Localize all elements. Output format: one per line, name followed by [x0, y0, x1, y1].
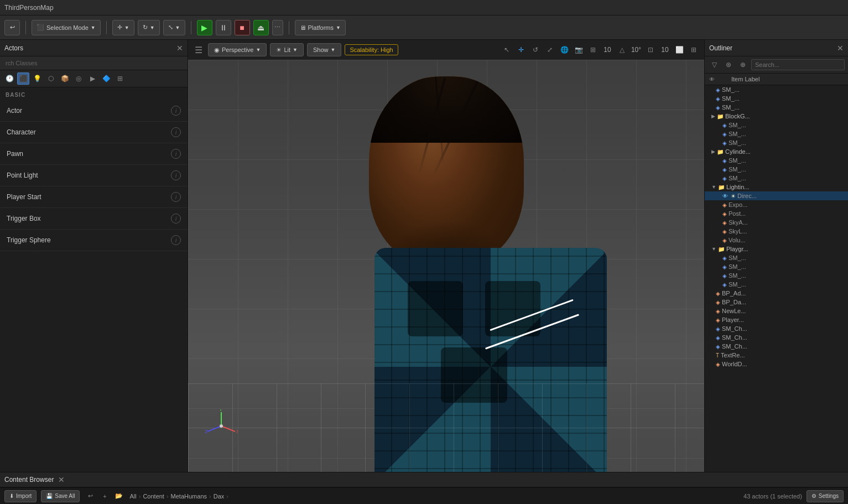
selection-mode-btn[interactable]: ⬛ Selection Mode ▼ — [32, 20, 101, 35]
filter-bp-btn[interactable]: 🔷 — [100, 72, 112, 85]
actor-info-icon[interactable]: i — [171, 106, 181, 116]
actor-item-pawn[interactable]: Pawn i — [0, 143, 188, 165]
outliner-row-bpda[interactable]: ◈ BP_Da... — [705, 298, 848, 306]
outliner-row-expo[interactable]: ◈ Expo... — [705, 200, 848, 209]
outliner-row-smch2[interactable]: ◈ SM_Ch... — [705, 333, 848, 342]
outliner-row-blockg[interactable]: ▶ 📁 BlockG... — [705, 112, 848, 121]
filter-shapes-btn[interactable]: ⬡ — [45, 72, 57, 85]
outliner-row-newle[interactable]: ◈ NewLe... — [705, 306, 848, 315]
actor-item-actor[interactable]: Actor i — [0, 100, 188, 122]
character-info-icon[interactable]: i — [171, 127, 181, 137]
outliner-row-sm2[interactable]: ◈ SM_... — [705, 94, 848, 103]
outliner-row-sm13[interactable]: ◈ SM_... — [705, 280, 848, 289]
undo-btn[interactable]: ↩ — [4, 20, 20, 35]
outliner-row-sm5[interactable]: ◈ SM_... — [705, 129, 848, 138]
grid-snap-icon[interactable]: ⊞ — [587, 44, 599, 56]
outliner-row-sm9[interactable]: ◈ SM_... — [705, 174, 848, 183]
actor-item-player-start[interactable]: Player Start i — [0, 186, 188, 208]
filter-all-btn[interactable]: ⬛ — [17, 72, 29, 85]
rotate-tool[interactable]: ↻ ▼ — [138, 20, 160, 35]
actor-item-trigger-sphere[interactable]: Trigger Sphere i — [0, 230, 188, 251]
history-icon[interactable]: ↩ — [84, 490, 96, 502]
rotate-icon[interactable]: ↺ — [529, 44, 542, 56]
eject-btn[interactable]: ⏏ — [253, 20, 269, 35]
filter-anim-btn[interactable]: ▶ — [86, 72, 98, 85]
actor-item-point-light[interactable]: Point Light i — [0, 165, 188, 186]
import-btn[interactable]: ⬇ Import — [4, 490, 37, 502]
search-classes-input[interactable] — [0, 56, 188, 70]
outliner-row-sm3[interactable]: ◈ SM_... — [705, 103, 848, 112]
angle-icon[interactable]: △ — [616, 44, 628, 56]
layout-icon[interactable]: ⊞ — [688, 44, 700, 56]
perspective-btn[interactable]: ◉ Perspective ▼ — [208, 43, 267, 56]
outliner-row-sm4[interactable]: ◈ SM_... — [705, 121, 848, 129]
outliner-row-skya[interactable]: ◈ SkyA... — [705, 218, 848, 227]
breadcrumb-content[interactable]: Content — [143, 493, 164, 500]
pause-btn[interactable]: ⏸ — [216, 20, 231, 35]
filter-recent-btn[interactable]: 🕐 — [3, 72, 15, 85]
outliner-row-volu[interactable]: ◈ Volu... — [705, 236, 848, 245]
outliner-expand-icon[interactable]: ⊕ — [737, 59, 749, 71]
point-light-info-icon[interactable]: i — [171, 170, 181, 180]
scale-snap-icon[interactable]: ⊡ — [644, 44, 657, 56]
play-options-btn[interactable]: ⋯ — [272, 20, 283, 35]
filter-lights-btn[interactable]: 💡 — [31, 72, 43, 85]
save-all-btn[interactable]: 💾 Save All — [41, 490, 80, 502]
outliner-row-lightin[interactable]: ▼ 📁 Lightin... — [705, 183, 848, 191]
actors-panel-close[interactable]: ✕ — [176, 44, 183, 53]
outliner-row-worldd[interactable]: ◈ WorldD... — [705, 360, 848, 368]
add-icon[interactable]: + — [98, 490, 111, 502]
lit-btn[interactable]: ☀ Lit ▼ — [270, 43, 304, 56]
outliner-row-sm7[interactable]: ◈ SM_... — [705, 156, 848, 165]
stop-btn[interactable]: ■ — [235, 20, 250, 35]
outliner-pin-icon[interactable]: ⊛ — [722, 59, 735, 71]
world-icon[interactable]: 🌐 — [558, 44, 570, 56]
outliner-row-playgr[interactable]: ▼ 📁 Playgr... — [705, 245, 848, 253]
outliner-row-textre[interactable]: T TextRe... — [705, 351, 848, 360]
outliner-row-sm11[interactable]: ◈ SM_... — [705, 262, 848, 271]
outliner-row-direc[interactable]: 👁 ☀ Direc... — [705, 191, 848, 200]
outliner-search-input[interactable] — [751, 59, 845, 70]
viewport[interactable]: ☰ ◉ Perspective ▼ ☀ Lit ▼ Show ▼ Scalabi… — [188, 40, 704, 472]
outliner-row-smch3[interactable]: ◈ SM_Ch... — [705, 342, 848, 351]
viewport-menu-btn[interactable]: ☰ — [193, 45, 205, 55]
outliner-row-player[interactable]: ◈ Player... — [705, 315, 848, 324]
trigger-box-info-icon[interactable]: i — [171, 214, 181, 224]
outliner-row-sm10[interactable]: ◈ SM_... — [705, 253, 848, 262]
outliner-row-post[interactable]: ◈ Post... — [705, 209, 848, 218]
platforms-btn[interactable]: 🖥 Platforms ▼ — [295, 20, 346, 35]
content-browser-close[interactable]: ✕ — [58, 475, 65, 484]
trigger-sphere-info-icon[interactable]: i — [171, 235, 181, 245]
outliner-close[interactable]: ✕ — [837, 44, 844, 53]
filter-vis-btn[interactable]: ◎ — [72, 72, 85, 85]
maximize-icon[interactable]: ⬜ — [673, 44, 685, 56]
outliner-row-sm6[interactable]: ◈ SM_... — [705, 138, 848, 147]
translate-tool[interactable]: ✛ ▼ — [112, 20, 134, 35]
camera-icon[interactable]: 📷 — [573, 44, 585, 56]
settings-btn[interactable]: ⚙ Settings — [807, 490, 844, 502]
outliner-row-skyl[interactable]: ◈ SkyL... — [705, 227, 848, 236]
outliner-row-sm1[interactable]: ◈ SM_... — [705, 85, 848, 94]
breadcrumb-dax[interactable]: Dax — [214, 493, 225, 500]
outliner-filter-icon[interactable]: ▽ — [708, 59, 720, 71]
actor-item-character[interactable]: Character i — [0, 122, 188, 143]
scale-icon[interactable]: ⤢ — [544, 44, 556, 56]
outliner-row-smch[interactable]: ◈ SM_Ch... — [705, 324, 848, 333]
folder-open-icon[interactable]: 📂 — [113, 490, 125, 502]
player-start-info-icon[interactable]: i — [171, 192, 181, 202]
select-mode-icon[interactable]: ↖ — [501, 44, 513, 56]
show-btn[interactable]: Show ▼ — [307, 43, 341, 56]
outliner-row-bpad[interactable]: ◈ BP_Ad... — [705, 289, 848, 298]
breadcrumb-all[interactable]: All — [129, 493, 136, 500]
outliner-row-sm8[interactable]: ◈ SM_... — [705, 165, 848, 174]
outliner-row-cylinde[interactable]: ▶ 📁 Cylinde... — [705, 147, 848, 156]
actor-item-trigger-box[interactable]: Trigger Box i — [0, 208, 188, 230]
pawn-info-icon[interactable]: i — [171, 149, 181, 159]
filter-volumes-btn[interactable]: 📦 — [59, 72, 71, 85]
play-btn[interactable]: ▶ — [197, 20, 212, 35]
filter-more-btn[interactable]: ⊞ — [114, 72, 126, 85]
transform-icon[interactable]: ✛ — [515, 44, 527, 56]
scale-tool[interactable]: ⤡ ▼ — [163, 20, 185, 35]
breadcrumb-metahumans[interactable]: MetaHumans — [171, 493, 207, 500]
outliner-row-sm12[interactable]: ◈ SM_... — [705, 271, 848, 280]
